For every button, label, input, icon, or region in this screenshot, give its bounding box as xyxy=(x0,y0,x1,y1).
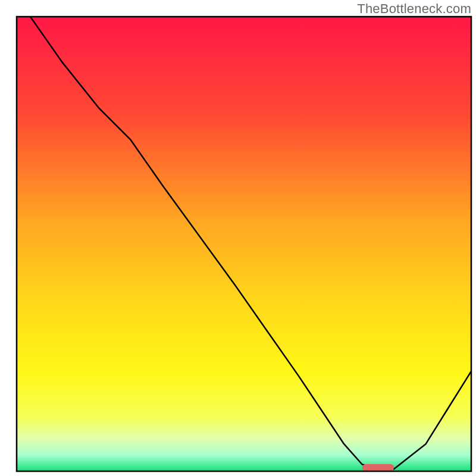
gradient-background xyxy=(17,17,471,471)
watermark-label: TheBottleneck.com xyxy=(357,1,471,17)
chart-svg xyxy=(0,0,476,476)
optimal-marker xyxy=(362,464,394,471)
bottleneck-chart: TheBottleneck.com xyxy=(0,0,476,476)
